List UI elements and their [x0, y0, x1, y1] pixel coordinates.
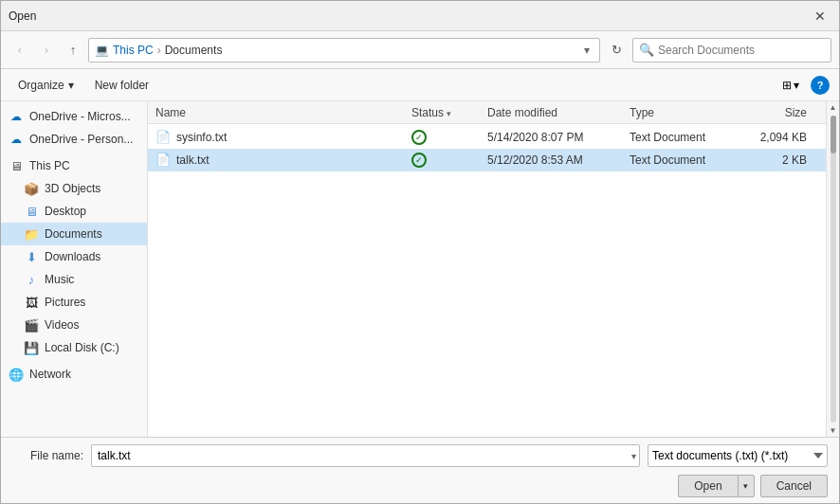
onedrive-ms-icon: ☁	[9, 109, 24, 124]
status-check-sysinfo: ✓	[411, 130, 427, 145]
sidebar-label-desktop: Desktop	[45, 205, 86, 218]
status-check-talk: ✓	[411, 153, 427, 168]
view-arrow-icon: ▾	[794, 79, 799, 92]
sidebar-label-onedrive-per: OneDrive - Person...	[29, 133, 133, 146]
file-type-sysinfo: Text Document	[630, 131, 743, 144]
address-this-pc[interactable]: This PC	[113, 44, 154, 57]
sidebar-label-music: Music	[45, 273, 74, 286]
table-row[interactable]: 📄 sysinfo.txt ✓ 5/14/2020 8:07 PM Text D…	[148, 126, 826, 149]
sidebar-item-onedrive-per[interactable]: ☁ OneDrive - Person...	[1, 128, 147, 151]
back-button[interactable]: ‹	[9, 39, 31, 62]
view-icon: ⊞	[782, 79, 792, 92]
desktop-icon: 🖥	[24, 204, 39, 219]
col-header-type[interactable]: Type	[630, 106, 743, 119]
filename-input-wrap: ▾	[91, 444, 640, 467]
bottom-bar: File name: ▾ Text documents (.txt) (*.tx…	[1, 437, 839, 503]
sidebar-item-network[interactable]: 🌐 Network	[1, 363, 147, 386]
scroll-down-icon[interactable]: ▼	[830, 426, 837, 435]
filetype-select[interactable]: Text documents (.txt) (*.txt) All Files …	[648, 444, 828, 467]
address-dropdown-icon[interactable]: ▾	[580, 44, 593, 57]
sidebar-item-pictures[interactable]: 🖼 Pictures	[1, 291, 147, 314]
this-pc-icon: 🖥	[9, 158, 24, 173]
onedrive-per-icon: ☁	[9, 132, 24, 147]
col-header-size[interactable]: Size	[743, 106, 818, 119]
filetype-select-wrap: Text documents (.txt) (*.txt) All Files …	[648, 444, 828, 467]
file-icon-talk: 📄	[155, 153, 171, 168]
sidebar-label-onedrive-ms: OneDrive - Micros...	[29, 110, 131, 123]
dialog-title: Open	[9, 9, 809, 23]
table-row[interactable]: 📄 talk.txt ✓ 5/12/2020 8:53 AM Text Docu…	[148, 149, 826, 171]
search-box[interactable]: 🔍	[632, 38, 831, 63]
organize-label: Organize	[18, 79, 64, 92]
search-input[interactable]	[658, 44, 825, 57]
search-icon: 🔍	[639, 43, 654, 57]
help-button[interactable]: ?	[811, 76, 830, 95]
sidebar-item-local-disk[interactable]: 💾 Local Disk (C:)	[1, 336, 147, 359]
action-bar: Organize ▾ New folder ⊞ ▾ ?	[1, 69, 839, 101]
sidebar-item-music[interactable]: ♪ Music	[1, 268, 147, 291]
address-bar-text: This PC › Documents	[113, 44, 222, 57]
scrollbar-right[interactable]: ▲ ▼	[826, 101, 839, 437]
main-content: ☁ OneDrive - Micros... ☁ OneDrive - Pers…	[1, 101, 839, 437]
new-folder-button[interactable]: New folder	[89, 77, 155, 94]
address-bar[interactable]: 💻 This PC › Documents ▾	[88, 38, 600, 63]
address-pc-icon: 💻	[95, 44, 109, 57]
scroll-thumb[interactable]	[831, 116, 836, 153]
file-name-talk: 📄 talk.txt	[155, 153, 411, 168]
file-size-talk: 2 KB	[743, 153, 818, 167]
sidebar-item-documents[interactable]: 📁 Documents	[1, 223, 147, 245]
file-size-sysinfo: 2,094 KB	[743, 131, 818, 144]
filename-row: File name: ▾ Text documents (.txt) (*.tx…	[12, 444, 828, 467]
organize-arrow-icon: ▾	[68, 79, 74, 92]
sidebar-item-onedrive-ms[interactable]: ☁ OneDrive - Micros...	[1, 105, 147, 128]
file-status-talk: ✓	[411, 153, 487, 168]
sidebar-label-this-pc: This PC	[29, 159, 70, 172]
address-documents[interactable]: Documents	[165, 44, 223, 57]
file-list-area: Name Status ▾ Date modified Type Size	[148, 101, 826, 437]
forward-button[interactable]: ›	[35, 39, 58, 62]
col-header-date[interactable]: Date modified	[487, 106, 630, 119]
navigation-toolbar: ‹ › ↑ 💻 This PC › Documents ▾ ↻ 🔍	[1, 31, 839, 69]
local-disk-icon: 💾	[24, 340, 39, 355]
col-header-name[interactable]: Name	[155, 106, 411, 119]
file-name-label-sysinfo: sysinfo.txt	[176, 131, 227, 144]
up-button[interactable]: ↑	[62, 39, 84, 62]
sidebar-label-local-disk: Local Disk (C:)	[45, 341, 119, 354]
organize-button[interactable]: Organize ▾	[10, 74, 82, 97]
sidebar: ☁ OneDrive - Micros... ☁ OneDrive - Pers…	[1, 101, 148, 437]
sidebar-label-downloads: Downloads	[45, 250, 100, 263]
scroll-up-icon[interactable]: ▲	[830, 103, 837, 112]
view-button[interactable]: ⊞ ▾	[778, 77, 803, 94]
col-header-status[interactable]: Status ▾	[411, 106, 487, 119]
close-button[interactable]: ✕	[809, 5, 831, 27]
sidebar-label-network: Network	[29, 368, 71, 381]
file-list-header: Name Status ▾ Date modified Type Size	[148, 101, 826, 124]
open-dropdown-button[interactable]: ▾	[738, 475, 755, 497]
scroll-track	[831, 116, 836, 423]
filename-dropdown-icon[interactable]: ▾	[631, 450, 636, 460]
sidebar-label-pictures: Pictures	[45, 296, 85, 309]
sidebar-item-this-pc[interactable]: 🖥 This PC	[1, 154, 147, 177]
sidebar-item-3d-objects[interactable]: 📦 3D Objects	[1, 177, 147, 200]
file-name-label-talk: talk.txt	[176, 153, 210, 167]
file-icon-sysinfo: 📄	[155, 130, 171, 145]
sidebar-item-downloads[interactable]: ⬇ Downloads	[1, 245, 147, 268]
open-button[interactable]: Open	[678, 475, 737, 497]
title-bar: Open ✕	[1, 1, 839, 31]
file-status-sysinfo: ✓	[411, 130, 487, 145]
file-date-talk: 5/12/2020 8:53 AM	[487, 153, 630, 167]
filename-input[interactable]	[91, 444, 640, 467]
cancel-button[interactable]: Cancel	[760, 475, 828, 497]
address-separator-1: ›	[157, 44, 161, 57]
videos-icon: 🎬	[24, 317, 39, 333]
music-icon: ♪	[24, 272, 39, 287]
downloads-icon: ⬇	[24, 249, 39, 264]
sidebar-label-documents: Documents	[45, 227, 102, 241]
sidebar-label-videos: Videos	[45, 318, 79, 332]
sidebar-item-videos[interactable]: 🎬 Videos	[1, 314, 147, 336]
filename-label: File name:	[12, 449, 83, 462]
refresh-button[interactable]: ↻	[604, 38, 629, 63]
buttons-row: Open ▾ Cancel	[12, 475, 828, 497]
sidebar-label-3d-objects: 3D Objects	[45, 182, 100, 195]
sidebar-item-desktop[interactable]: 🖥 Desktop	[1, 200, 147, 223]
